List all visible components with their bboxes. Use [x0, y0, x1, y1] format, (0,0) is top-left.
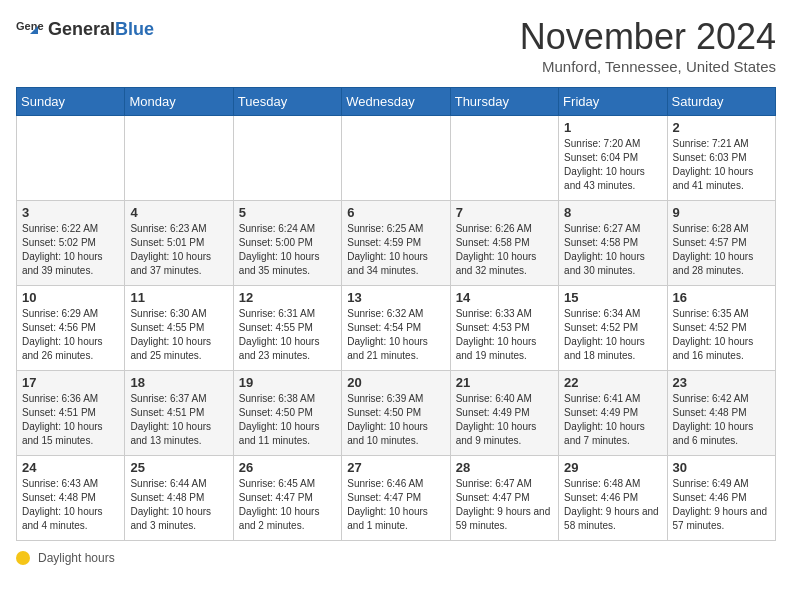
day-number: 27 — [347, 460, 444, 475]
calendar-week-row: 10Sunrise: 6:29 AM Sunset: 4:56 PM Dayli… — [17, 286, 776, 371]
calendar-cell: 25Sunrise: 6:44 AM Sunset: 4:48 PM Dayli… — [125, 456, 233, 541]
calendar-cell: 15Sunrise: 6:34 AM Sunset: 4:52 PM Dayli… — [559, 286, 667, 371]
header: General GeneralBlue November 2024 Munfor… — [16, 16, 776, 75]
day-number: 4 — [130, 205, 227, 220]
calendar-cell: 6Sunrise: 6:25 AM Sunset: 4:59 PM Daylig… — [342, 201, 450, 286]
calendar-cell: 4Sunrise: 6:23 AM Sunset: 5:01 PM Daylig… — [125, 201, 233, 286]
calendar: SundayMondayTuesdayWednesdayThursdayFrid… — [16, 87, 776, 541]
day-info: Sunrise: 6:38 AM Sunset: 4:50 PM Dayligh… — [239, 392, 336, 448]
month-title: November 2024 — [520, 16, 776, 58]
title-area: November 2024 Munford, Tennessee, United… — [520, 16, 776, 75]
calendar-cell — [342, 116, 450, 201]
day-info: Sunrise: 6:43 AM Sunset: 4:48 PM Dayligh… — [22, 477, 119, 533]
weekday-header: Monday — [125, 88, 233, 116]
day-info: Sunrise: 6:29 AM Sunset: 4:56 PM Dayligh… — [22, 307, 119, 363]
day-number: 15 — [564, 290, 661, 305]
calendar-cell: 19Sunrise: 6:38 AM Sunset: 4:50 PM Dayli… — [233, 371, 341, 456]
daylight-label: Daylight hours — [38, 551, 115, 565]
weekday-header: Sunday — [17, 88, 125, 116]
calendar-cell: 1Sunrise: 7:20 AM Sunset: 6:04 PM Daylig… — [559, 116, 667, 201]
calendar-cell: 23Sunrise: 6:42 AM Sunset: 4:48 PM Dayli… — [667, 371, 775, 456]
calendar-cell: 24Sunrise: 6:43 AM Sunset: 4:48 PM Dayli… — [17, 456, 125, 541]
day-info: Sunrise: 6:36 AM Sunset: 4:51 PM Dayligh… — [22, 392, 119, 448]
day-number: 18 — [130, 375, 227, 390]
day-info: Sunrise: 6:45 AM Sunset: 4:47 PM Dayligh… — [239, 477, 336, 533]
day-number: 12 — [239, 290, 336, 305]
day-info: Sunrise: 6:40 AM Sunset: 4:49 PM Dayligh… — [456, 392, 553, 448]
day-number: 2 — [673, 120, 770, 135]
day-info: Sunrise: 6:24 AM Sunset: 5:00 PM Dayligh… — [239, 222, 336, 278]
day-number: 26 — [239, 460, 336, 475]
day-info: Sunrise: 6:41 AM Sunset: 4:49 PM Dayligh… — [564, 392, 661, 448]
day-info: Sunrise: 6:35 AM Sunset: 4:52 PM Dayligh… — [673, 307, 770, 363]
day-info: Sunrise: 6:39 AM Sunset: 4:50 PM Dayligh… — [347, 392, 444, 448]
day-info: Sunrise: 6:28 AM Sunset: 4:57 PM Dayligh… — [673, 222, 770, 278]
day-info: Sunrise: 6:25 AM Sunset: 4:59 PM Dayligh… — [347, 222, 444, 278]
calendar-cell: 13Sunrise: 6:32 AM Sunset: 4:54 PM Dayli… — [342, 286, 450, 371]
day-number: 21 — [456, 375, 553, 390]
day-info: Sunrise: 6:46 AM Sunset: 4:47 PM Dayligh… — [347, 477, 444, 533]
weekday-header: Friday — [559, 88, 667, 116]
day-info: Sunrise: 7:20 AM Sunset: 6:04 PM Dayligh… — [564, 137, 661, 193]
calendar-cell: 16Sunrise: 6:35 AM Sunset: 4:52 PM Dayli… — [667, 286, 775, 371]
logo-icon: General — [16, 16, 44, 44]
day-number: 5 — [239, 205, 336, 220]
day-info: Sunrise: 6:23 AM Sunset: 5:01 PM Dayligh… — [130, 222, 227, 278]
weekday-header: Tuesday — [233, 88, 341, 116]
calendar-week-row: 17Sunrise: 6:36 AM Sunset: 4:51 PM Dayli… — [17, 371, 776, 456]
calendar-cell: 5Sunrise: 6:24 AM Sunset: 5:00 PM Daylig… — [233, 201, 341, 286]
day-number: 28 — [456, 460, 553, 475]
calendar-cell: 14Sunrise: 6:33 AM Sunset: 4:53 PM Dayli… — [450, 286, 558, 371]
day-info: Sunrise: 6:42 AM Sunset: 4:48 PM Dayligh… — [673, 392, 770, 448]
calendar-week-row: 3Sunrise: 6:22 AM Sunset: 5:02 PM Daylig… — [17, 201, 776, 286]
calendar-cell — [233, 116, 341, 201]
calendar-cell — [17, 116, 125, 201]
calendar-cell: 30Sunrise: 6:49 AM Sunset: 4:46 PM Dayli… — [667, 456, 775, 541]
svg-text:General: General — [16, 20, 44, 32]
calendar-cell: 20Sunrise: 6:39 AM Sunset: 4:50 PM Dayli… — [342, 371, 450, 456]
day-info: Sunrise: 6:37 AM Sunset: 4:51 PM Dayligh… — [130, 392, 227, 448]
daylight-icon — [16, 551, 30, 565]
calendar-cell: 18Sunrise: 6:37 AM Sunset: 4:51 PM Dayli… — [125, 371, 233, 456]
weekday-header: Saturday — [667, 88, 775, 116]
day-info: Sunrise: 6:26 AM Sunset: 4:58 PM Dayligh… — [456, 222, 553, 278]
day-number: 6 — [347, 205, 444, 220]
day-number: 20 — [347, 375, 444, 390]
day-info: Sunrise: 6:31 AM Sunset: 4:55 PM Dayligh… — [239, 307, 336, 363]
calendar-cell: 26Sunrise: 6:45 AM Sunset: 4:47 PM Dayli… — [233, 456, 341, 541]
calendar-cell: 21Sunrise: 6:40 AM Sunset: 4:49 PM Dayli… — [450, 371, 558, 456]
calendar-cell: 28Sunrise: 6:47 AM Sunset: 4:47 PM Dayli… — [450, 456, 558, 541]
day-info: Sunrise: 6:22 AM Sunset: 5:02 PM Dayligh… — [22, 222, 119, 278]
logo-general: General — [48, 19, 115, 39]
day-number: 14 — [456, 290, 553, 305]
day-number: 13 — [347, 290, 444, 305]
calendar-cell: 17Sunrise: 6:36 AM Sunset: 4:51 PM Dayli… — [17, 371, 125, 456]
calendar-week-row: 24Sunrise: 6:43 AM Sunset: 4:48 PM Dayli… — [17, 456, 776, 541]
day-info: Sunrise: 6:27 AM Sunset: 4:58 PM Dayligh… — [564, 222, 661, 278]
logo-blue: Blue — [115, 19, 154, 39]
day-info: Sunrise: 6:34 AM Sunset: 4:52 PM Dayligh… — [564, 307, 661, 363]
calendar-cell: 29Sunrise: 6:48 AM Sunset: 4:46 PM Dayli… — [559, 456, 667, 541]
day-number: 10 — [22, 290, 119, 305]
calendar-cell — [125, 116, 233, 201]
calendar-cell: 27Sunrise: 6:46 AM Sunset: 4:47 PM Dayli… — [342, 456, 450, 541]
calendar-cell: 3Sunrise: 6:22 AM Sunset: 5:02 PM Daylig… — [17, 201, 125, 286]
day-number: 22 — [564, 375, 661, 390]
calendar-cell — [450, 116, 558, 201]
day-number: 7 — [456, 205, 553, 220]
calendar-cell: 10Sunrise: 6:29 AM Sunset: 4:56 PM Dayli… — [17, 286, 125, 371]
day-number: 23 — [673, 375, 770, 390]
calendar-cell: 12Sunrise: 6:31 AM Sunset: 4:55 PM Dayli… — [233, 286, 341, 371]
calendar-cell: 22Sunrise: 6:41 AM Sunset: 4:49 PM Dayli… — [559, 371, 667, 456]
day-number: 25 — [130, 460, 227, 475]
day-number: 16 — [673, 290, 770, 305]
day-number: 11 — [130, 290, 227, 305]
location: Munford, Tennessee, United States — [520, 58, 776, 75]
weekday-header: Thursday — [450, 88, 558, 116]
day-info: Sunrise: 6:49 AM Sunset: 4:46 PM Dayligh… — [673, 477, 770, 533]
day-info: Sunrise: 7:21 AM Sunset: 6:03 PM Dayligh… — [673, 137, 770, 193]
calendar-week-row: 1Sunrise: 7:20 AM Sunset: 6:04 PM Daylig… — [17, 116, 776, 201]
calendar-header-row: SundayMondayTuesdayWednesdayThursdayFrid… — [17, 88, 776, 116]
day-number: 17 — [22, 375, 119, 390]
day-info: Sunrise: 6:44 AM Sunset: 4:48 PM Dayligh… — [130, 477, 227, 533]
